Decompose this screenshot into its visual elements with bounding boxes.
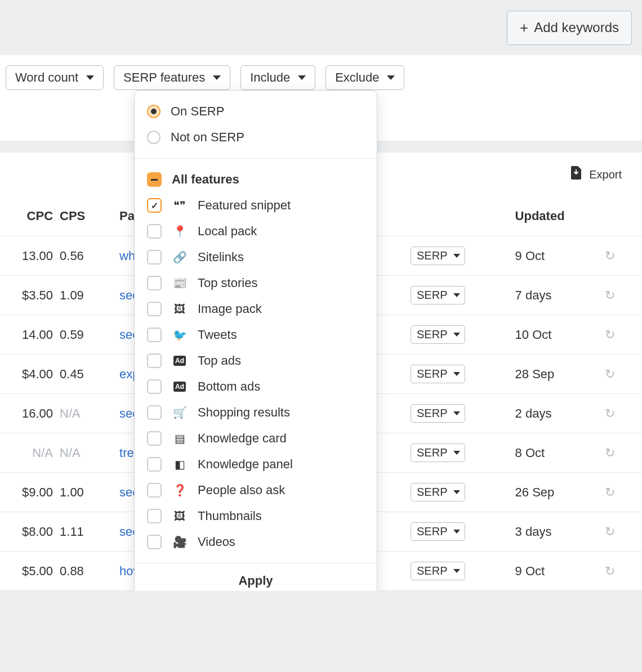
checkbox-icon [147,535,162,549]
feature-label: Bottom ads [198,379,260,394]
cell-serp-dd[interactable]: SERP [411,315,515,355]
caret-down-icon [387,75,395,80]
feature-icon: 📍 [172,225,188,238]
refresh-button[interactable]: ↻ [605,512,642,552]
feature-icon: 🔗 [172,250,188,264]
cell-serp-dd[interactable]: SERP [411,394,515,433]
cell-cps: 0.45 [60,355,119,394]
export-button[interactable]: Export [589,168,622,181]
plus-icon: + [520,19,528,37]
cell-updated: 3 days [515,512,605,552]
cell-cpc: $3.50 [0,276,60,315]
serp-features-filter[interactable]: SERP features [114,65,230,90]
cell-serp-dd[interactable]: SERP [411,552,515,591]
checkbox-icon [147,431,162,446]
feature-label: Knowledge card [198,431,287,446]
cell-serp-dd[interactable]: SERP [411,236,515,276]
cell-cps: 0.88 [60,552,119,591]
feature-icon: 🐦 [172,328,188,342]
refresh-button[interactable]: ↻ [605,473,642,512]
word-count-filter[interactable]: Word count [6,65,104,90]
feature-icon: 🛒 [172,406,188,419]
checkbox-feature-2[interactable]: 🔗Sitelinks [147,244,364,270]
checkbox-all-features[interactable]: All features [147,167,364,192]
caret-down-icon [86,75,94,80]
checkbox-feature-3[interactable]: 📰Top stories [147,270,364,296]
feature-label: Local pack [198,224,257,239]
radio-on-serp[interactable]: On SERP [147,98,364,124]
include-filter[interactable]: Include [240,65,315,90]
cell-cps: N/A [60,433,119,473]
feature-label: Thumbnails [198,509,262,523]
exclude-filter[interactable]: Exclude [326,65,404,90]
feature-label: Featured snippet [198,198,291,213]
checkbox-feature-1[interactable]: 📍Local pack [147,218,364,244]
cell-updated: 7 days [515,276,605,315]
refresh-button[interactable]: ↻ [605,433,642,473]
cell-serp-dd[interactable]: SERP [411,355,515,394]
checkbox-icon [147,405,162,420]
checkbox-feature-11[interactable]: ❓People also ask [147,477,364,503]
cell-updated: 28 Sep [515,355,605,394]
cell-cpc: 14.00 [0,315,60,355]
feature-label: People also ask [198,483,285,498]
add-keywords-label: Add keywords [534,20,619,35]
cell-cpc: $9.00 [0,473,60,512]
cell-serp-dd[interactable]: SERP [411,473,515,512]
radio-not-on-serp[interactable]: Not on SERP [147,124,364,150]
caret-down-icon [213,75,221,80]
cell-cps: 0.56 [60,236,119,276]
checkbox-indeterminate-icon [147,172,162,187]
feature-label: Knowledge panel [198,457,293,472]
checkbox-feature-5[interactable]: 🐦Tweets [147,322,364,348]
checkbox-icon [147,276,162,290]
checkbox-feature-8[interactable]: 🛒Shopping results [147,400,364,425]
cell-cps: N/A [60,394,119,433]
checkbox-feature-9[interactable]: ▤Knowledge card [147,425,364,451]
add-keywords-button[interactable]: + Add keywords [507,11,632,45]
cell-serp-dd[interactable]: SERP [411,433,515,473]
caret-down-icon [298,75,306,80]
feature-icon: ▤ [172,432,188,445]
cell-serp-dd[interactable]: SERP [411,276,515,315]
refresh-button[interactable]: ↻ [605,236,642,276]
col-cps: CPS [60,196,119,236]
checkbox-feature-0[interactable]: ❝❞Featured snippet [147,192,364,218]
cell-cps: 0.59 [60,315,119,355]
feature-label: Shopping results [198,405,290,420]
refresh-button[interactable]: ↻ [605,315,642,355]
checkbox-feature-4[interactable]: 🖼Image pack [147,296,364,322]
refresh-button[interactable]: ↻ [605,355,642,394]
cell-cps: 1.00 [60,473,119,512]
checkbox-feature-13[interactable]: 🎥Videos [147,529,364,555]
checkbox-icon [147,250,162,265]
export-icon [570,166,582,183]
refresh-button[interactable]: ↻ [605,276,642,315]
checkbox-feature-12[interactable]: 🖼Thumbnails [147,503,364,529]
checkbox-icon [147,457,162,472]
radio-icon [147,131,160,144]
checkbox-icon [147,328,162,342]
feature-label: Videos [198,535,235,549]
apply-button[interactable]: Apply [135,563,377,591]
feature-label: Top ads [198,353,241,368]
refresh-button[interactable]: ↻ [605,394,642,433]
feature-label: Tweets [198,328,237,342]
checkbox-checked-icon [147,198,162,213]
feature-icon: ❓ [172,483,188,497]
refresh-button[interactable]: ↻ [605,552,642,591]
checkbox-feature-7[interactable]: AdBottom ads [147,374,364,400]
cell-updated: 9 Oct [515,236,605,276]
feature-icon: Ad [172,382,188,392]
feature-icon: 📰 [172,276,188,290]
cell-cpc: N/A [0,433,60,473]
checkbox-feature-6[interactable]: AdTop ads [147,348,364,374]
cell-cpc: 16.00 [0,394,60,433]
cell-serp-dd[interactable]: SERP [411,512,515,552]
checkbox-icon [147,353,162,368]
cell-cpc: 13.00 [0,236,60,276]
checkbox-feature-10[interactable]: ◧Knowledge panel [147,451,364,477]
cell-cps: 1.09 [60,276,119,315]
cell-updated: 8 Oct [515,433,605,473]
feature-icon: ◧ [172,458,188,471]
